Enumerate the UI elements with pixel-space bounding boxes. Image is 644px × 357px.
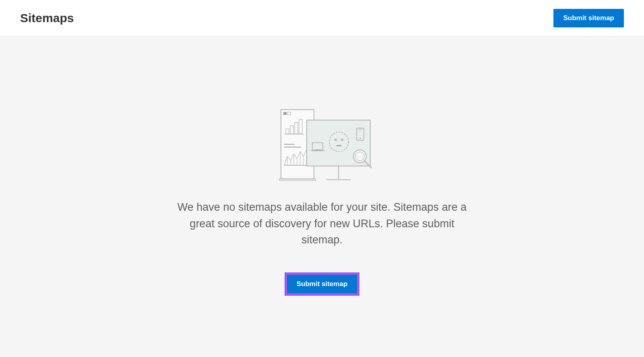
submit-sitemap-button-center[interactable]: Submit sitemap xyxy=(287,275,357,293)
page-title: Sitemaps xyxy=(20,11,74,25)
empty-state-message: We have no sitemaps available for your s… xyxy=(177,199,467,248)
content-area: We have no sitemaps available for your s… xyxy=(0,36,644,357)
highlighted-button-wrapper: Submit sitemap xyxy=(285,272,360,296)
svg-rect-24 xyxy=(316,149,319,150)
page-header: Sitemaps Submit sitemap xyxy=(0,0,644,36)
submit-sitemap-button-top[interactable]: Submit sitemap xyxy=(553,9,624,27)
empty-state-illustration xyxy=(270,109,374,183)
svg-point-33 xyxy=(360,138,361,139)
svg-rect-30 xyxy=(336,145,341,146)
svg-rect-1 xyxy=(283,112,287,115)
